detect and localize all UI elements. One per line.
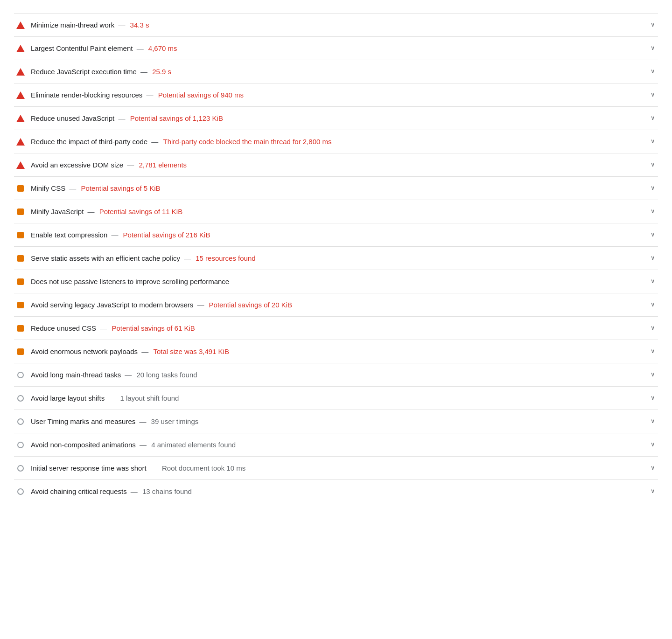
- diag-separator: —: [67, 184, 78, 192]
- chevron-down-icon[interactable]: ∨: [651, 440, 655, 449]
- diag-detail: Total size was 3,491 KiB: [153, 347, 229, 355]
- diag-detail: Potential savings of 20 KiB: [209, 301, 292, 309]
- diag-row-minify-js[interactable]: Minify JavaScript — Potential savings of…: [14, 200, 658, 223]
- chevron-down-icon[interactable]: ∨: [651, 207, 655, 215]
- diag-row-avoid-chaining-requests[interactable]: Avoid chaining critical requests — 13 ch…: [14, 480, 658, 503]
- diag-row-avoid-legacy-js[interactable]: Avoid serving legacy JavaScript to moder…: [14, 293, 658, 317]
- diag-row-avoid-enormous-payloads[interactable]: Avoid enormous network payloads — Total …: [14, 340, 658, 363]
- diag-row-reduce-third-party[interactable]: Reduce the impact of third-party code — …: [14, 130, 658, 153]
- diag-label: Initial server response time was short —…: [31, 463, 245, 473]
- diag-row-left-reduce-js-execution: Reduce JavaScript execution time — 25.9 …: [16, 67, 645, 76]
- diag-detail: Potential savings of 5 KiB: [81, 184, 161, 192]
- chevron-down-icon[interactable]: ∨: [651, 160, 655, 169]
- chevron-down-icon[interactable]: ∨: [651, 300, 655, 309]
- diag-detail: 2,781 elements: [139, 161, 187, 169]
- warning-triangle-icon: [16, 161, 25, 169]
- diag-row-minimize-main-thread[interactable]: Minimize main-thread work — 34.3 s∨: [14, 14, 658, 37]
- diag-label: Avoid serving legacy JavaScript to moder…: [31, 300, 292, 310]
- chevron-down-icon[interactable]: ∨: [651, 394, 655, 402]
- diag-row-reduce-unused-js[interactable]: Reduce unused JavaScript — Potential sav…: [14, 107, 658, 130]
- diag-detail: 13 chains found: [142, 487, 192, 495]
- chevron-down-icon[interactable]: ∨: [651, 487, 655, 495]
- diag-label: User Timing marks and measures — 39 user…: [31, 417, 198, 426]
- diagnostics-list: Minimize main-thread work — 34.3 s∨Large…: [14, 13, 658, 503]
- diagnostics-page: Minimize main-thread work — 34.3 s∨Large…: [0, 0, 672, 522]
- warning-triangle-icon: [16, 115, 25, 122]
- diag-row-left-serve-static-assets: Serve static assets with an efficient ca…: [16, 253, 645, 263]
- warning-triangle-icon: [16, 138, 25, 146]
- chevron-down-icon[interactable]: ∨: [651, 21, 655, 29]
- diag-label: Largest Contentful Paint element — 4,670…: [31, 43, 177, 53]
- diag-label: Avoid chaining critical requests — 13 ch…: [31, 486, 192, 496]
- diag-row-left-reduce-unused-css: Reduce unused CSS — Potential savings of…: [16, 323, 645, 333]
- diag-row-reduce-js-execution[interactable]: Reduce JavaScript execution time — 25.9 …: [14, 60, 658, 83]
- diag-separator: —: [106, 394, 117, 402]
- diag-row-reduce-unused-css[interactable]: Reduce unused CSS — Potential savings of…: [14, 317, 658, 340]
- diag-row-left-minify-css: Minify CSS — Potential savings of 5 KiB: [16, 183, 645, 193]
- diag-separator: —: [148, 464, 159, 472]
- diag-separator: —: [123, 371, 133, 379]
- warning-triangle-icon: [16, 45, 25, 52]
- diag-label: Avoid an excessive DOM size — 2,781 elem…: [31, 160, 187, 170]
- diag-separator: —: [109, 231, 120, 239]
- warning-square-icon: [17, 325, 24, 332]
- diag-row-left-avoid-long-tasks: Avoid long main-thread tasks — 20 long t…: [16, 370, 645, 380]
- diag-separator: —: [195, 301, 206, 309]
- diag-separator: —: [85, 208, 96, 215]
- chevron-down-icon[interactable]: ∨: [651, 464, 655, 472]
- warning-square-icon: [17, 232, 24, 238]
- diag-row-left-largest-contentful-paint: Largest Contentful Paint element — 4,670…: [16, 43, 645, 53]
- warning-square-icon: [17, 348, 24, 355]
- chevron-down-icon[interactable]: ∨: [651, 67, 655, 76]
- chevron-down-icon[interactable]: ∨: [651, 417, 655, 425]
- diag-row-left-avoid-non-composited: Avoid non-composited animations — 4 anim…: [16, 440, 645, 450]
- diag-row-user-timing[interactable]: User Timing marks and measures — 39 user…: [14, 410, 658, 433]
- diag-label: Avoid non-composited animations — 4 anim…: [31, 440, 236, 450]
- chevron-down-icon[interactable]: ∨: [651, 44, 655, 52]
- diag-row-passive-listeners[interactable]: Does not use passive listeners to improv…: [14, 270, 658, 293]
- chevron-down-icon[interactable]: ∨: [651, 137, 655, 146]
- diag-separator: —: [134, 44, 145, 52]
- chevron-down-icon[interactable]: ∨: [651, 114, 655, 122]
- diag-separator: —: [137, 417, 148, 425]
- diag-detail: Potential savings of 11 KiB: [99, 208, 182, 215]
- diag-row-serve-static-assets[interactable]: Serve static assets with an efficient ca…: [14, 247, 658, 270]
- diag-row-initial-server-response[interactable]: Initial server response time was short —…: [14, 457, 658, 480]
- warning-triangle-icon: [16, 21, 25, 29]
- diag-row-left-minimize-main-thread: Minimize main-thread work — 34.3 s: [16, 20, 645, 30]
- chevron-down-icon[interactable]: ∨: [651, 370, 655, 379]
- diag-row-enable-text-compression[interactable]: Enable text compression — Potential savi…: [14, 223, 658, 247]
- diag-separator: —: [98, 324, 109, 332]
- chevron-down-icon[interactable]: ∨: [651, 277, 655, 285]
- diag-label: Minimize main-thread work — 34.3 s: [31, 20, 149, 30]
- diag-detail: 20 long tasks found: [137, 371, 197, 379]
- diag-row-minify-css[interactable]: Minify CSS — Potential savings of 5 KiB∨: [14, 177, 658, 200]
- info-circle-icon: [17, 372, 24, 378]
- info-circle-icon: [17, 465, 24, 472]
- diag-detail: 4 animated elements found: [151, 441, 236, 449]
- diag-detail: Potential savings of 216 KiB: [123, 231, 210, 239]
- diag-detail: Third-party code blocked the main thread…: [163, 138, 331, 146]
- diag-row-avoid-excessive-dom[interactable]: Avoid an excessive DOM size — 2,781 elem…: [14, 153, 658, 177]
- diag-label: Eliminate render-blocking resources — Po…: [31, 90, 244, 100]
- chevron-down-icon[interactable]: ∨: [651, 254, 655, 262]
- diag-row-largest-contentful-paint[interactable]: Largest Contentful Paint element — 4,670…: [14, 37, 658, 60]
- diag-row-left-avoid-enormous-payloads: Avoid enormous network payloads — Total …: [16, 347, 645, 356]
- diag-row-left-avoid-chaining-requests: Avoid chaining critical requests — 13 ch…: [16, 486, 645, 496]
- chevron-down-icon[interactable]: ∨: [651, 90, 655, 99]
- diag-row-avoid-long-tasks[interactable]: Avoid long main-thread tasks — 20 long t…: [14, 363, 658, 387]
- diag-detail: 25.9 s: [152, 68, 171, 76]
- chevron-down-icon[interactable]: ∨: [651, 324, 655, 332]
- diag-separator: —: [129, 487, 140, 495]
- diag-label: Does not use passive listeners to improv…: [31, 277, 229, 286]
- diag-separator: —: [140, 347, 150, 355]
- warning-square-icon: [17, 255, 24, 262]
- diag-row-avoid-layout-shifts[interactable]: Avoid large layout shifts — 1 layout shi…: [14, 387, 658, 410]
- diag-separator: —: [139, 68, 149, 76]
- diag-row-avoid-non-composited[interactable]: Avoid non-composited animations — 4 anim…: [14, 433, 658, 457]
- chevron-down-icon[interactable]: ∨: [651, 230, 655, 239]
- diag-label: Reduce unused CSS — Potential savings of…: [31, 323, 195, 333]
- chevron-down-icon[interactable]: ∨: [651, 347, 655, 355]
- diag-row-eliminate-render-blocking[interactable]: Eliminate render-blocking resources — Po…: [14, 83, 658, 107]
- chevron-down-icon[interactable]: ∨: [651, 184, 655, 192]
